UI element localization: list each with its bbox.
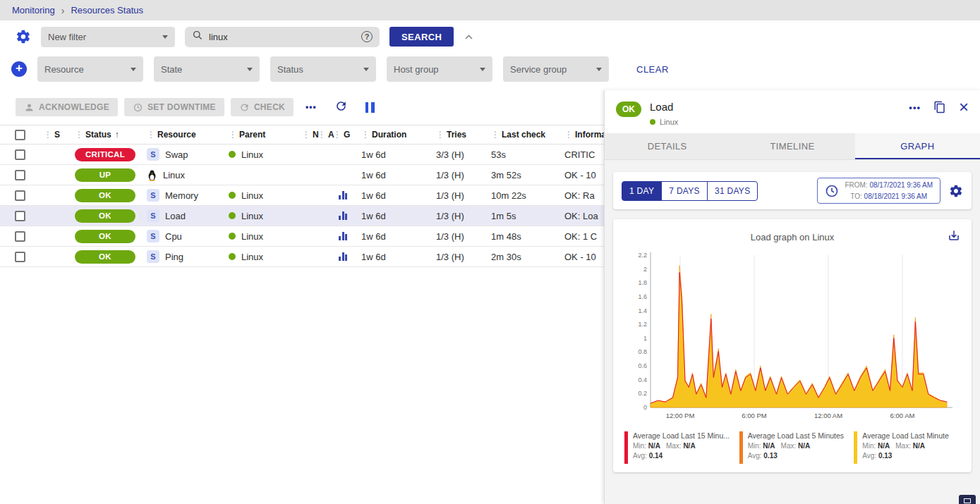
close-panel-icon[interactable]: × xyxy=(959,101,969,113)
range-7-days-button[interactable]: 7 DAYS xyxy=(661,181,708,201)
column-header-status[interactable]: ⋮ Status ↑ xyxy=(71,130,143,140)
drag-handle-icon: ⋮ xyxy=(317,130,326,140)
resource-cell[interactable]: S Load xyxy=(143,209,224,222)
tab-details[interactable]: DETAILS xyxy=(605,133,730,159)
tab-timeline[interactable]: TIMELINE xyxy=(730,133,854,159)
caret-down-icon xyxy=(480,68,485,71)
column-header-tries[interactable]: ⋮ Tries xyxy=(432,130,487,140)
information-cell: OK: Loa xyxy=(560,211,604,221)
table-row-swap[interactable]: CRITICAL S Swap Linux 1w 6d 3/3 (H) 53s … xyxy=(0,145,604,165)
search-box[interactable]: ? xyxy=(185,27,380,47)
svg-text:1.8: 1.8 xyxy=(638,279,647,286)
resource-cell[interactable]: S Memory xyxy=(143,189,224,202)
tries-cell: 3/3 (H) xyxy=(432,149,487,160)
resource-details-panel: OK Load Linux ••• × DETAILS TIMELINE GRA… xyxy=(604,90,980,504)
legend-item[interactable]: Average Load Last 5 Minutes Min: N/AMax:… xyxy=(739,431,846,464)
filter-resource-select[interactable]: Resource xyxy=(37,56,143,82)
drag-handle-icon: ⋮ xyxy=(229,130,237,140)
refresh-icon[interactable] xyxy=(334,99,348,116)
resource-cell[interactable]: S Swap xyxy=(143,148,224,161)
search-help-icon[interactable]: ? xyxy=(361,31,373,42)
check-button[interactable]: CHECK xyxy=(231,98,294,116)
copy-link-icon[interactable] xyxy=(933,101,946,113)
table-row-ping[interactable]: OK S Ping Linux 1w 6d 1/3 (H) 2m 30s OK … xyxy=(0,247,604,267)
resource-cell[interactable]: S Cpu xyxy=(143,230,224,242)
range-31-days-button[interactable]: 31 DAYS xyxy=(707,181,758,201)
column-header-notification[interactable]: ⋮ N xyxy=(302,130,317,140)
table-row-cpu[interactable]: OK S Cpu Linux 1w 6d 1/3 (H) 1m 48s OK: … xyxy=(0,226,604,247)
row-checkbox[interactable] xyxy=(15,211,25,221)
table-header-row: ⋮ S ⋮ Status ↑ ⋮ Resource ⋮ Parent ⋮ N ⋮ xyxy=(0,125,604,145)
breadcrumb-monitoring[interactable]: Monitoring xyxy=(12,5,55,16)
set-downtime-button[interactable]: SET DOWNTIME xyxy=(124,98,224,116)
svg-text:1.2: 1.2 xyxy=(638,321,647,328)
select-all-checkbox[interactable] xyxy=(15,130,25,140)
acknowledge-button[interactable]: ACKNOWLEDGE xyxy=(16,98,118,116)
load-chart[interactable]: 00.20.40.60.811.21.41.61.822.212:00 PM6:… xyxy=(627,248,958,426)
graph-availability-icon[interactable] xyxy=(339,191,347,199)
legend-item[interactable]: Average Load Last 15 Minu... Min: N/AMax… xyxy=(624,431,731,464)
drag-handle-icon: ⋮ xyxy=(491,130,500,140)
graph-availability-icon[interactable] xyxy=(339,211,347,220)
filter-state-select[interactable]: State xyxy=(154,56,260,82)
column-header-severity[interactable]: ⋮ S xyxy=(40,130,71,140)
column-header-duration[interactable]: ⋮ Duration xyxy=(357,130,432,140)
graph-availability-icon[interactable] xyxy=(339,232,347,240)
row-checkbox[interactable] xyxy=(15,190,25,201)
row-checkbox[interactable] xyxy=(15,231,25,242)
corner-widget[interactable] xyxy=(959,495,976,504)
resource-cell[interactable]: S Ping xyxy=(143,250,224,263)
row-checkbox[interactable] xyxy=(15,170,25,180)
resource-cell[interactable]: Linux xyxy=(143,169,224,181)
collapse-filters-chevron-icon[interactable] xyxy=(464,32,474,42)
graph-availability-icon[interactable] xyxy=(339,252,347,261)
search-input[interactable] xyxy=(209,32,356,42)
row-checkbox[interactable] xyxy=(15,252,25,262)
information-cell: OK: Ra xyxy=(560,190,604,201)
information-cell: OK: 1 C xyxy=(560,231,604,242)
row-checkbox[interactable] xyxy=(15,149,25,160)
tab-graph[interactable]: GRAPH xyxy=(855,133,980,159)
column-header-resource[interactable]: ⋮ Resource xyxy=(143,130,224,140)
panel-title: Load xyxy=(650,101,678,113)
caret-down-icon xyxy=(247,68,253,71)
last-check-cell: 1m 5s xyxy=(487,211,560,221)
more-actions-icon[interactable]: ••• xyxy=(306,102,317,112)
clear-filters-button[interactable]: CLEAR xyxy=(636,64,669,75)
parent-cell[interactable]: Linux xyxy=(224,211,302,221)
download-graph-icon[interactable] xyxy=(948,229,960,245)
parent-cell[interactable]: Linux xyxy=(224,231,302,242)
filter-service-group-select[interactable]: Service group xyxy=(503,56,609,82)
breadcrumb: Monitoring › Resources Status xyxy=(0,0,980,20)
svg-text:2: 2 xyxy=(643,266,647,273)
column-header-information[interactable]: ⋮ Information xyxy=(560,130,604,140)
svg-text:1.6: 1.6 xyxy=(638,293,647,300)
table-row-load[interactable]: OK S Load Linux 1w 6d 1/3 (H) 1m 5s OK: … xyxy=(0,206,604,226)
filter-status-select[interactable]: Status xyxy=(270,56,376,82)
last-check-cell: 3m 52s xyxy=(487,170,560,180)
table-row-memory[interactable]: OK S Memory Linux 1w 6d 1/3 (H) 10m 22s … xyxy=(0,185,604,206)
parent-cell[interactable]: Linux xyxy=(224,252,302,262)
legend-item[interactable]: Average Load Last Minute Min: N/AMax: N/… xyxy=(854,431,960,464)
column-header-acknowledged[interactable]: ⋮ A xyxy=(317,130,333,140)
range-1-day-button[interactable]: 1 DAY xyxy=(622,181,662,201)
column-header-graph[interactable]: ⋮ G xyxy=(333,130,357,140)
panel-more-actions-icon[interactable]: ••• xyxy=(909,102,921,113)
sort-asc-icon[interactable]: ↑ xyxy=(115,130,119,140)
column-header-parent[interactable]: ⋮ Parent xyxy=(224,130,302,140)
panel-content: 1 DAY 7 DAYS 31 DAYS FROM: 08/17/2021 9:… xyxy=(605,160,980,504)
table-row-linux-host[interactable]: UP Linux 1w 6d 1/3 (H) 3m 52s OK - 10 xyxy=(0,165,604,185)
pause-autorefresh-icon[interactable] xyxy=(365,102,375,113)
filter-settings-gear-icon[interactable] xyxy=(16,29,31,44)
column-header-last-check[interactable]: ⋮ Last check xyxy=(487,130,560,140)
graph-settings-gear-icon[interactable] xyxy=(949,184,963,198)
search-button[interactable]: SEARCH xyxy=(389,27,454,47)
custom-time-period-picker[interactable]: FROM: 08/17/2021 9:36 AM TO: 08/18/2021 … xyxy=(817,178,940,204)
filter-host-group-select[interactable]: Host group xyxy=(387,56,492,82)
parent-cell[interactable]: Linux xyxy=(224,149,302,160)
parent-cell[interactable]: Linux xyxy=(224,190,302,201)
tries-cell: 1/3 (H) xyxy=(432,252,487,262)
saved-filter-select[interactable]: New filter xyxy=(41,27,175,47)
add-filter-criteria-icon[interactable]: + xyxy=(11,61,27,77)
svg-text:2.2: 2.2 xyxy=(638,252,647,259)
